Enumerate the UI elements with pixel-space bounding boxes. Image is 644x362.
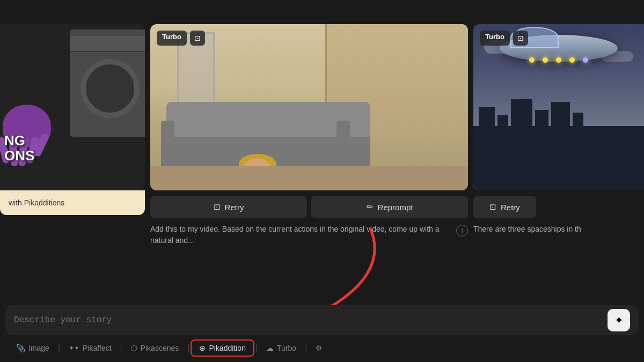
card-left: NG ONS with Pikadditions — [0, 24, 145, 246]
story-input[interactable] — [14, 315, 608, 325]
input-row: ✦ — [5, 305, 639, 335]
image-icon: 📎 — [16, 344, 25, 352]
reprompt-icon: ✏ — [367, 202, 374, 212]
card-left-thumbnail: NG ONS — [0, 24, 145, 190]
divider-1: | — [58, 343, 60, 353]
overlay-text-line2: ONS — [4, 148, 34, 164]
settings-icon: ⚙ — [316, 344, 323, 352]
sparkle-button[interactable]: ✦ — [608, 309, 630, 331]
card-center-thumbnail: Turbo ⊡ — [150, 24, 468, 190]
right-turbo-badge: Turbo — [480, 31, 510, 46]
card-center-actions: ⊡ Retry ✏ Reprompt — [150, 196, 468, 218]
bottom-area: ✦ 📎 Image | ✦✦ Pikaffect | ⬡ Pikascenes … — [0, 305, 644, 362]
card-left-desc-text: with Pikadditions — [9, 198, 64, 207]
pikascenes-label: Pikascenes — [141, 344, 179, 352]
card-right-actions: ⊡ Retry — [473, 196, 644, 218]
center-reprompt-label: Reprompt — [378, 203, 413, 212]
card-right-thumbnail: Turbo ⊡ — [473, 24, 644, 190]
divider-3: | — [187, 343, 189, 353]
retry-icon: ⊡ — [214, 202, 221, 212]
cards-area: NG ONS with Pikadditions — [0, 24, 644, 246]
center-retry-label: Retry — [225, 203, 244, 212]
overlay-text-line1: NG — [4, 133, 34, 149]
center-expand-btn[interactable]: ⊡ — [190, 31, 205, 46]
turbo-label: Turbo — [277, 344, 296, 352]
card-right: Turbo ⊡ ⊡ Retry There are three spaceshi… — [473, 24, 644, 246]
toolbar-item-turbo[interactable]: ☁ Turbo — [259, 341, 304, 356]
pikaddition-icon: ⊕ — [199, 344, 206, 352]
card-left-desc: with Pikadditions — [0, 190, 145, 215]
card-left-overlay: NG ONS — [0, 133, 39, 164]
center-retry-button[interactable]: ⊡ Retry — [150, 196, 307, 218]
center-reprompt-button[interactable]: ✏ Reprompt — [311, 196, 468, 218]
pikaddition-label: Pikaddition — [209, 344, 246, 352]
card-center-badges: Turbo ⊡ — [157, 31, 205, 46]
card-center-description: Add this to my video. Based on the curre… — [150, 224, 468, 246]
sparkle-icon: ✦ — [614, 314, 624, 327]
center-desc-text: Add this to my video. Based on the curre… — [150, 224, 452, 246]
turbo-icon: ☁ — [266, 344, 274, 352]
card-right-badges: Turbo ⊡ — [480, 31, 528, 46]
pikascenes-icon: ⬡ — [131, 344, 137, 352]
pikaffect-icon: ✦✦ — [69, 344, 79, 352]
right-retry-button[interactable]: ⊡ Retry — [473, 196, 536, 218]
toolbar-item-image[interactable]: 📎 Image — [9, 341, 57, 356]
right-retry-label: Retry — [501, 203, 520, 212]
toolbar-item-settings[interactable]: ⚙ — [308, 341, 330, 356]
toolbar-row: 📎 Image | ✦✦ Pikaffect | ⬡ Pikascenes | … — [9, 339, 635, 357]
divider-4: | — [255, 343, 258, 353]
main-content: NG ONS with Pikadditions — [0, 0, 644, 362]
toolbar-item-pikascenes[interactable]: ⬡ Pikascenes — [123, 341, 187, 356]
right-expand-btn[interactable]: ⊡ — [513, 31, 528, 46]
info-icon[interactable]: i — [456, 225, 468, 237]
image-label: Image — [28, 344, 49, 352]
center-turbo-badge: Turbo — [157, 31, 187, 46]
right-retry-icon: ⊡ — [489, 202, 496, 212]
right-desc-text: There are three spaceships in th — [473, 225, 581, 233]
divider-5: | — [305, 343, 307, 353]
divider-2: | — [120, 343, 122, 353]
toolbar-item-pikaddition[interactable]: ⊕ Pikaddition — [191, 339, 254, 357]
card-center: Turbo ⊡ ⊡ Retry ✏ Reprompt Add this to m… — [150, 24, 468, 246]
pikaffect-label: Pikaffect — [83, 344, 111, 352]
card-right-description: There are three spaceships in th — [473, 224, 644, 235]
toolbar-item-pikaffect[interactable]: ✦✦ Pikaffect — [61, 341, 119, 356]
